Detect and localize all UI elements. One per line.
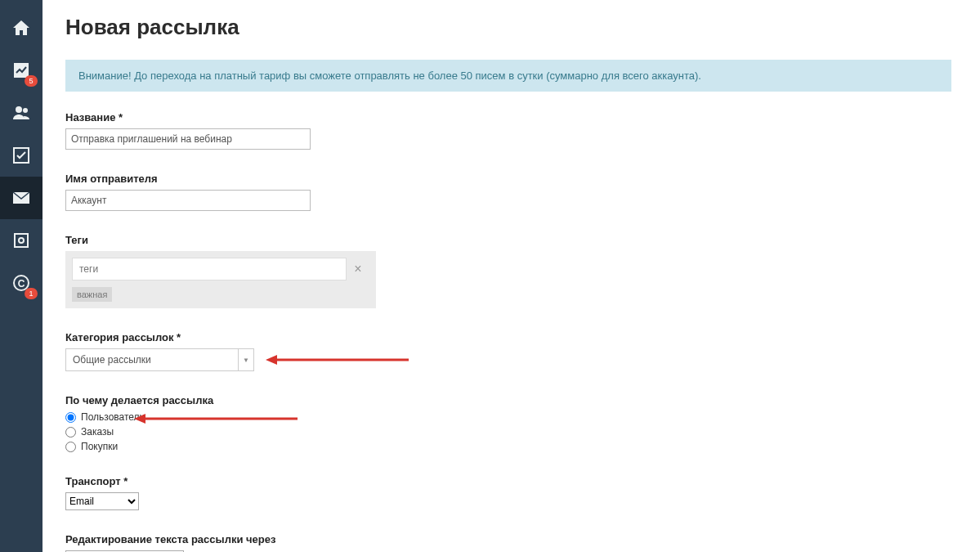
target-radio-orders[interactable] [65,427,76,438]
transport-select[interactable]: Email [65,492,139,510]
target-label-users: Пользователи [81,411,145,423]
nav-safe[interactable] [0,219,43,262]
tags-input[interactable] [72,258,347,280]
mail-icon [11,188,31,208]
name-input[interactable] [65,128,311,150]
sender-label: Имя отправителя [65,173,951,185]
target-label-orders: Заказы [81,426,114,438]
category-label: Категория рассылок * [65,331,951,343]
category-caret[interactable]: ▼ [238,348,254,371]
svg-point-1 [23,108,28,113]
tags-label: Теги [65,234,951,246]
page-title: Новая рассылка [65,15,951,40]
tag-chip[interactable]: важная [72,287,112,302]
target-radio-purchases[interactable] [65,442,76,452]
target-label-purchases: Покупки [81,441,118,452]
category-value: Общие рассылки [73,354,151,366]
svg-text:C: C [18,278,25,289]
category-select[interactable]: Общие рассылки [65,348,239,371]
svg-point-4 [19,238,24,243]
target-label: По чему делается рассылка [65,394,951,406]
nav-billing[interactable]: C 1 [0,262,43,304]
svg-marker-8 [266,355,277,365]
main-content: Новая рассылка Внимание! До перехода на … [43,0,974,552]
nav-mail[interactable] [0,177,43,219]
sender-input[interactable] [65,190,311,211]
nav-tasks[interactable] [0,134,43,177]
checkbox-icon [11,146,31,165]
nav-users[interactable] [0,92,43,134]
users-icon [11,103,31,123]
svg-rect-3 [15,234,28,247]
alert-banner: Внимание! До перехода на платный тариф в… [65,60,951,92]
tag-clear-button[interactable]: × [347,258,369,280]
nav-home[interactable] [0,7,43,49]
svg-point-0 [16,106,22,113]
transport-label: Транспорт * [65,475,951,487]
nav-stats[interactable]: 5 [0,49,43,92]
annotation-arrow-1 [266,352,409,367]
stats-badge: 5 [25,75,38,87]
tags-box: × важная [65,251,376,308]
billing-badge: 1 [25,288,38,299]
name-label: Название * [65,111,951,123]
safe-icon [11,231,31,250]
editor-label: Редактирование текста рассылки через [65,533,951,545]
sidebar: 5 C 1 [0,0,43,552]
target-radio-users[interactable] [65,412,76,423]
home-icon [11,18,31,38]
